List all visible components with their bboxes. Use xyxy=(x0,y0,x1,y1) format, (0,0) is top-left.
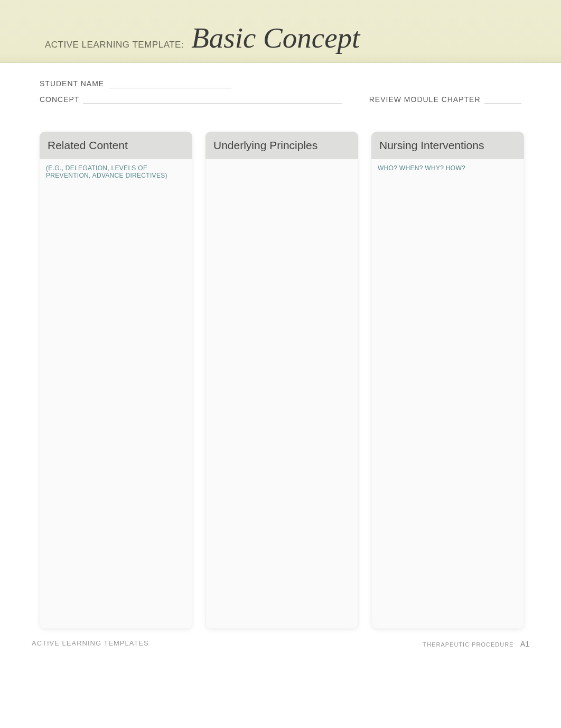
nursing-interventions-column: Nursing Interventions WHO? WHEN? WHY? HO… xyxy=(371,132,524,629)
related-content-column: Related Content (E.G., DELEGATION, LEVEL… xyxy=(40,132,192,629)
underlying-principles-column: Underlying Principles xyxy=(205,132,358,629)
info-fields: STUDENT NAME CONCEPT REVIEW MODULE CHAPT… xyxy=(40,79,521,110)
column-header: Nursing Interventions xyxy=(371,132,524,159)
concept-label: CONCEPT xyxy=(40,95,79,104)
concept-field[interactable] xyxy=(83,95,342,104)
student-name-label: STUDENT NAME xyxy=(40,79,104,88)
column-header: Related Content xyxy=(40,132,192,159)
related-content-subtitle: (E.G., DELEGATION, LEVELS OF PREVENTION,… xyxy=(40,159,192,180)
document-page: ACTIVE LEARNING TEMPLATE: Basic Concept … xyxy=(0,0,561,728)
review-module-field[interactable] xyxy=(484,95,521,104)
header-banner: ACTIVE LEARNING TEMPLATE: Basic Concept xyxy=(0,0,561,63)
related-content-title: Related Content xyxy=(48,139,184,152)
page-footer: ACTIVE LEARNING TEMPLATES THERAPEUTIC PR… xyxy=(0,639,561,649)
footer-right-text: THERAPEUTIC PROCEDURE xyxy=(423,641,513,648)
related-content-body[interactable] xyxy=(40,180,192,196)
review-module-label: REVIEW MODULE CHAPTER xyxy=(369,95,481,104)
footer-left-text: ACTIVE LEARNING TEMPLATES xyxy=(32,639,149,649)
column-header: Underlying Principles xyxy=(205,132,358,159)
three-column-layout: Related Content (E.G., DELEGATION, LEVEL… xyxy=(0,110,561,629)
template-title: Basic Concept xyxy=(191,21,360,54)
template-label: ACTIVE LEARNING TEMPLATE: xyxy=(45,40,184,50)
nursing-interventions-body[interactable] xyxy=(371,172,524,188)
student-name-field[interactable] xyxy=(109,79,231,88)
nursing-interventions-title: Nursing Interventions xyxy=(379,139,516,152)
underlying-principles-title: Underlying Principles xyxy=(213,139,350,152)
nursing-interventions-subtitle: WHO? WHEN? WHY? HOW? xyxy=(371,159,524,172)
footer-code: A1 xyxy=(520,640,529,648)
underlying-principles-body[interactable] xyxy=(205,159,358,175)
